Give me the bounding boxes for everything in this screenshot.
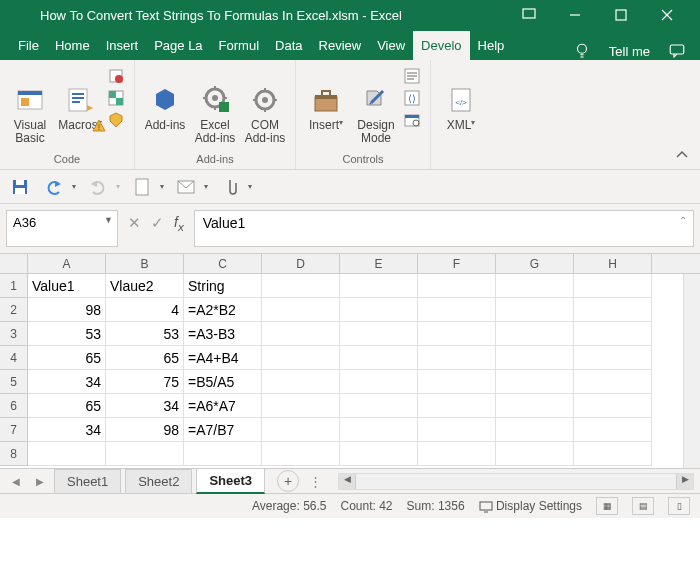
tab-developer[interactable]: Develo bbox=[413, 31, 469, 60]
fx-icon[interactable]: fx bbox=[174, 214, 184, 233]
col-header[interactable]: A bbox=[28, 254, 106, 273]
row-header[interactable]: 1 bbox=[0, 274, 28, 298]
tellme-label[interactable]: Tell me bbox=[609, 44, 650, 59]
lightbulb-icon[interactable] bbox=[573, 42, 591, 60]
cell[interactable]: =A7/B7 bbox=[184, 418, 262, 442]
cell[interactable]: 65 bbox=[28, 346, 106, 370]
visual-basic-button[interactable]: Visual Basic bbox=[6, 64, 54, 151]
tab-formulas[interactable]: Formul bbox=[211, 31, 267, 60]
row-header[interactable]: 7 bbox=[0, 418, 28, 442]
cell[interactable] bbox=[28, 442, 106, 466]
sheet-nav-prev[interactable]: ◀ bbox=[6, 476, 26, 487]
cell[interactable] bbox=[340, 322, 418, 346]
excel-addins-button[interactable]: Excel Add-ins bbox=[191, 64, 239, 151]
sheet-nav-next[interactable]: ▶ bbox=[30, 476, 50, 487]
row-header[interactable]: 8 bbox=[0, 442, 28, 466]
cell[interactable] bbox=[262, 274, 340, 298]
close-button[interactable] bbox=[644, 0, 690, 30]
view-code-button[interactable]: ⟨⟩ bbox=[402, 88, 422, 108]
cell[interactable] bbox=[574, 370, 652, 394]
cell[interactable]: =A6*A7 bbox=[184, 394, 262, 418]
minimize-button[interactable] bbox=[552, 0, 598, 30]
cell[interactable] bbox=[262, 346, 340, 370]
col-header[interactable]: G bbox=[496, 254, 574, 273]
cell[interactable] bbox=[340, 442, 418, 466]
use-relative-refs-button[interactable] bbox=[106, 88, 126, 108]
enter-formula-icon[interactable]: ✓ bbox=[151, 214, 164, 232]
cancel-formula-icon[interactable]: ✕ bbox=[128, 214, 141, 232]
cell[interactable] bbox=[496, 322, 574, 346]
cell[interactable]: 65 bbox=[106, 346, 184, 370]
cell[interactable] bbox=[340, 274, 418, 298]
expand-formula-icon[interactable]: ⌃ bbox=[679, 215, 687, 226]
cell[interactable]: 98 bbox=[28, 298, 106, 322]
cell[interactable]: 34 bbox=[106, 394, 184, 418]
col-header[interactable]: C bbox=[184, 254, 262, 273]
cell[interactable]: 75 bbox=[106, 370, 184, 394]
add-sheet-button[interactable]: + bbox=[277, 470, 299, 492]
xml-button[interactable]: </> XML▾ bbox=[437, 64, 485, 151]
ribbon-display-options[interactable] bbox=[506, 0, 552, 30]
com-addins-button[interactable]: COM Add-ins bbox=[241, 64, 289, 151]
cell[interactable]: 34 bbox=[28, 370, 106, 394]
cell[interactable] bbox=[262, 322, 340, 346]
row-header[interactable]: 2 bbox=[0, 298, 28, 322]
new-file-button[interactable] bbox=[130, 175, 154, 199]
cell[interactable] bbox=[418, 274, 496, 298]
normal-view-button[interactable]: ▦ bbox=[596, 497, 618, 515]
cell[interactable] bbox=[418, 394, 496, 418]
cell[interactable]: 34 bbox=[28, 418, 106, 442]
cell[interactable] bbox=[262, 370, 340, 394]
cell[interactable] bbox=[262, 394, 340, 418]
cell[interactable] bbox=[574, 346, 652, 370]
redo-button[interactable] bbox=[86, 175, 110, 199]
cell[interactable] bbox=[574, 394, 652, 418]
cell[interactable]: =A3-B3 bbox=[184, 322, 262, 346]
cell[interactable] bbox=[340, 346, 418, 370]
macro-security-button[interactable] bbox=[106, 110, 126, 130]
cell[interactable] bbox=[574, 298, 652, 322]
cell[interactable] bbox=[106, 442, 184, 466]
col-header[interactable]: B bbox=[106, 254, 184, 273]
sheet-tab[interactable]: Sheet1 bbox=[54, 469, 121, 493]
cell[interactable] bbox=[418, 370, 496, 394]
select-all-corner[interactable] bbox=[0, 254, 28, 273]
cell[interactable] bbox=[262, 298, 340, 322]
cell[interactable]: Vlaue2 bbox=[106, 274, 184, 298]
tab-file[interactable]: File bbox=[10, 31, 47, 60]
vertical-scrollbar[interactable] bbox=[683, 274, 700, 468]
tab-help[interactable]: Help bbox=[470, 31, 513, 60]
maximize-button[interactable] bbox=[598, 0, 644, 30]
insert-control-button[interactable]: Insert▾ bbox=[302, 64, 350, 151]
macros-button[interactable]: Macros▾ ! bbox=[56, 64, 104, 151]
cell[interactable] bbox=[262, 418, 340, 442]
attach-button[interactable] bbox=[218, 175, 242, 199]
cell[interactable]: 53 bbox=[106, 322, 184, 346]
col-header[interactable]: D bbox=[262, 254, 340, 273]
cell[interactable] bbox=[574, 418, 652, 442]
worksheet-grid[interactable]: A B C D E F G H 1Value1Vlaue2String2984=… bbox=[0, 254, 700, 468]
cell[interactable] bbox=[184, 442, 262, 466]
cell[interactable] bbox=[418, 442, 496, 466]
undo-button[interactable] bbox=[42, 175, 66, 199]
run-dialog-button[interactable] bbox=[402, 110, 422, 130]
row-header[interactable]: 6 bbox=[0, 394, 28, 418]
cell[interactable] bbox=[496, 298, 574, 322]
cell[interactable] bbox=[262, 442, 340, 466]
name-box[interactable]: A36 ▼ bbox=[6, 210, 118, 247]
sheet-menu-icon[interactable]: ⋮ bbox=[303, 474, 328, 489]
tab-pagelayout[interactable]: Page La bbox=[146, 31, 210, 60]
col-header[interactable]: H bbox=[574, 254, 652, 273]
cell[interactable] bbox=[496, 346, 574, 370]
comments-icon[interactable] bbox=[668, 42, 686, 60]
chevron-down-icon[interactable]: ▼ bbox=[104, 215, 113, 225]
cell[interactable]: =B5/A5 bbox=[184, 370, 262, 394]
cell[interactable] bbox=[574, 442, 652, 466]
cell[interactable] bbox=[496, 274, 574, 298]
cell[interactable] bbox=[496, 370, 574, 394]
cell[interactable]: =A4+B4 bbox=[184, 346, 262, 370]
cell[interactable] bbox=[418, 418, 496, 442]
cell[interactable] bbox=[496, 394, 574, 418]
addins-button[interactable]: Add-ins bbox=[141, 64, 189, 151]
cell[interactable]: 4 bbox=[106, 298, 184, 322]
